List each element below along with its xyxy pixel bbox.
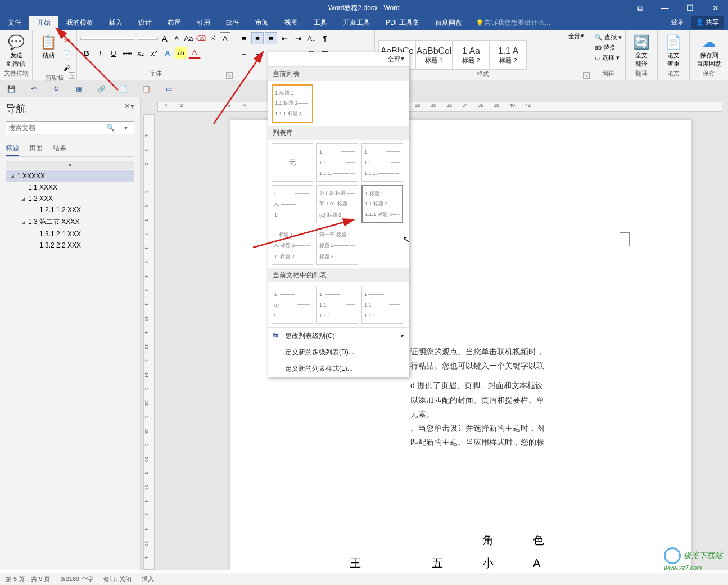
ml-library-item-7[interactable]: 第一章 标题 1标题 2———标题 3——— bbox=[316, 227, 358, 265]
qat-btn-7[interactable]: 📋 bbox=[141, 83, 152, 94]
increase-indent-button[interactable]: ⇥ bbox=[292, 32, 304, 44]
paper-check-button[interactable]: 📄 论文 查重 bbox=[661, 32, 686, 69]
share-button[interactable]: 👤 共享 bbox=[691, 16, 724, 29]
style-item-3[interactable]: 1.1 A标题 2 bbox=[490, 40, 527, 70]
nav-heading-item[interactable]: ◢1 XXXXX bbox=[6, 170, 134, 182]
ribbon-tab-7[interactable]: 邮件 bbox=[218, 16, 247, 30]
bold-button[interactable]: B bbox=[80, 47, 93, 59]
ml-doc-item-1[interactable]: 1. ———1.1. ———1.1.1. ——— bbox=[316, 286, 358, 324]
shrink-font-button[interactable]: A bbox=[171, 32, 182, 44]
save-to-cloud-button[interactable]: ☁ 保存到 百度网盘 bbox=[693, 32, 725, 69]
bullets-button[interactable]: ≡ bbox=[238, 32, 250, 44]
replace-button[interactable]: ab 替换 bbox=[595, 42, 622, 52]
subscript-button[interactable]: x₂ bbox=[134, 47, 147, 59]
ribbon-tab-5[interactable]: 布局 bbox=[160, 16, 189, 30]
qat-btn-6[interactable]: 📄 bbox=[118, 83, 129, 94]
qat-save-button[interactable]: 💾 bbox=[6, 83, 17, 94]
nav-search-input[interactable] bbox=[6, 122, 102, 134]
ml-doc-item-0[interactable]: 1. ———a) ———i. ——— bbox=[272, 286, 313, 324]
nav-close-button[interactable]: ✕ bbox=[124, 102, 130, 110]
status-words[interactable]: 6/2169 个字 bbox=[60, 575, 93, 583]
vertical-ruler[interactable]: L421214161811011211411611812012212412612… bbox=[143, 114, 155, 570]
ml-menu-item-0[interactable]: ↹更改列表级别(C)▸ bbox=[268, 328, 409, 344]
ml-library-item-3[interactable]: I. ———A. ———1. ——— bbox=[272, 185, 313, 223]
decrease-indent-button[interactable]: ⇤ bbox=[278, 32, 291, 44]
ml-current-list[interactable]: 1 标题 1——1.1 标题 2——1.1.1 标题 3— bbox=[272, 84, 313, 123]
ribbon-tab-1[interactable]: 开始 bbox=[29, 16, 58, 30]
ribbon-tab-4[interactable]: 设计 bbox=[130, 16, 160, 30]
paste-button[interactable]: 📋 粘贴 bbox=[36, 32, 61, 74]
ribbon-tab-13[interactable]: 百度网盘 bbox=[427, 16, 470, 30]
sort-button[interactable]: A↓ bbox=[305, 32, 318, 44]
find-button[interactable]: 🔍 查找 ▾ bbox=[595, 32, 622, 42]
nav-tab-1[interactable]: 页面 bbox=[29, 141, 43, 156]
style-item-2[interactable]: 1 Aa标题 2 bbox=[453, 40, 490, 70]
grow-font-button[interactable]: A bbox=[159, 32, 170, 44]
align-center-button[interactable]: ≡ bbox=[251, 47, 264, 59]
status-track[interactable]: 修订: 关闭 bbox=[103, 575, 132, 583]
nav-tab-0[interactable]: 标题 bbox=[6, 141, 19, 156]
search-dropdown[interactable]: ▾ bbox=[118, 122, 134, 134]
nav-search-box[interactable]: 🔍 ▾ bbox=[6, 121, 134, 134]
status-page[interactable]: 第 5 页，共 9 页 bbox=[6, 575, 50, 583]
select-button[interactable]: ▭ 选择 ▾ bbox=[595, 52, 622, 62]
multilevel-list-button[interactable]: ≡ bbox=[265, 32, 277, 44]
ribbon-tab-0[interactable]: 文件 bbox=[0, 16, 29, 30]
numbering-button[interactable]: ≡ bbox=[251, 32, 264, 44]
nav-heading-item[interactable]: ◢1.2 XXX bbox=[6, 193, 134, 204]
close-button[interactable]: ✕ bbox=[703, 0, 728, 16]
change-case-button[interactable]: Aa bbox=[183, 32, 194, 44]
clear-format-button[interactable]: ⌫ bbox=[195, 32, 206, 44]
maximize-button[interactable]: ☐ bbox=[677, 0, 703, 16]
style-item-1[interactable]: AaBbCcI标题 1 bbox=[415, 40, 453, 70]
nav-heading-item[interactable]: 1.1 XXXX bbox=[6, 182, 134, 193]
qat-undo-button[interactable]: ↶ bbox=[28, 83, 39, 94]
qat-btn-8[interactable]: ▭ bbox=[163, 83, 174, 94]
nav-tab-2[interactable]: 结果 bbox=[53, 141, 66, 156]
strike-button[interactable]: abc bbox=[121, 47, 133, 59]
ml-library-item-6[interactable]: I. 标题 1——A. 标题 2——1. 标题 3—— bbox=[272, 227, 313, 265]
superscript-button[interactable]: x² bbox=[148, 47, 160, 59]
search-icon[interactable]: 🔍 bbox=[102, 122, 118, 134]
ribbon-tab-11[interactable]: 开发工具 bbox=[335, 16, 378, 30]
ml-menu-item-1[interactable]: 定义新的多级列表(D)... bbox=[268, 344, 409, 361]
ribbon-tab-10[interactable]: 工具 bbox=[306, 16, 335, 30]
styles-launcher[interactable]: ↘ bbox=[583, 72, 590, 79]
ml-doc-item-2[interactable]: 1 ———1.1 ———1.1.1 ——— bbox=[361, 286, 403, 324]
italic-button[interactable]: I bbox=[94, 47, 106, 59]
translate-button[interactable]: 🔄 全文 翻译 bbox=[629, 32, 654, 69]
text-effect-button[interactable]: A bbox=[161, 47, 174, 59]
ribbon-options-icon[interactable]: ⧉ bbox=[627, 0, 652, 16]
nav-pin-button[interactable]: ▾ bbox=[130, 102, 134, 110]
ml-menu-item-2[interactable]: 定义新的列表样式(L)... bbox=[268, 361, 409, 377]
ml-library-item-1[interactable]: 1. ———1.1. ———1.1.1. ——— bbox=[316, 143, 358, 182]
ribbon-tab-3[interactable]: 插入 bbox=[101, 16, 130, 30]
ribbon-tab-2[interactable]: 我的模板 bbox=[58, 16, 101, 30]
ribbon-tab-12[interactable]: PDF工具集 bbox=[378, 16, 427, 30]
ml-library-item-0[interactable]: 无 bbox=[272, 143, 313, 182]
ribbon-tab-8[interactable]: 审阅 bbox=[247, 16, 277, 30]
ml-library-item-4[interactable]: 第 I 条 标题节 1.01 标题(a) 标题 3—— bbox=[316, 185, 358, 223]
qat-btn-5[interactable]: 🔗 bbox=[96, 83, 107, 94]
horizontal-ruler[interactable]: 426418202224262830323436384042 bbox=[157, 102, 722, 112]
font-color-button[interactable]: A bbox=[188, 47, 201, 59]
underline-button[interactable]: U bbox=[107, 47, 120, 59]
qat-redo-button[interactable]: ↻ bbox=[51, 83, 62, 94]
show-marks-button[interactable]: ¶ bbox=[319, 32, 331, 44]
font-size-combo[interactable] bbox=[137, 37, 158, 40]
nav-heading-item[interactable]: 1.3.2 2.2 XXX bbox=[6, 240, 134, 251]
nav-heading-item[interactable]: ◢1.3 第二节 XXXX bbox=[6, 215, 134, 228]
font-launcher[interactable]: ↘ bbox=[226, 72, 233, 79]
highlight-button[interactable]: ab bbox=[175, 47, 187, 59]
tell-me-box[interactable]: 💡 告诉我您想要做什么... bbox=[476, 16, 550, 30]
ml-all-dropdown[interactable]: 全部 bbox=[387, 55, 401, 64]
ml-library-item-2[interactable]: 1. ———1.1. ———1.1.1. ——— bbox=[361, 143, 403, 182]
send-to-wechat-button[interactable]: 💬 发送 到微信 bbox=[3, 32, 29, 69]
font-name-combo[interactable] bbox=[80, 37, 135, 40]
ribbon-tab-9[interactable]: 视图 bbox=[277, 16, 306, 30]
phonetic-button[interactable]: ㄨ bbox=[207, 32, 218, 44]
minimize-button[interactable]: — bbox=[652, 0, 677, 16]
nav-collapse-bar[interactable]: ▲ bbox=[6, 161, 134, 169]
char-border-button[interactable]: A bbox=[220, 32, 230, 44]
clipboard-launcher[interactable]: ↘ bbox=[69, 72, 75, 79]
